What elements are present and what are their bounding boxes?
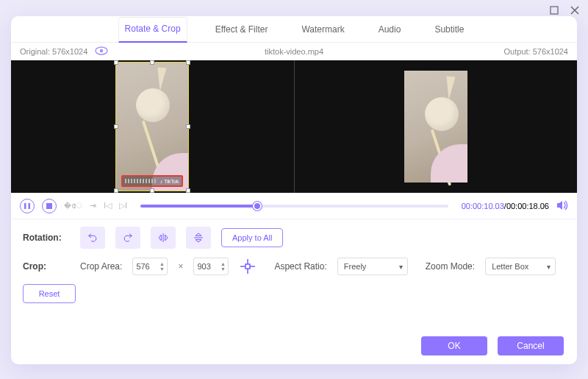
stop-button[interactable] bbox=[42, 199, 57, 213]
zoom-mode-select[interactable]: Letter Box bbox=[485, 258, 556, 275]
window-close-button[interactable] bbox=[569, 4, 581, 16]
cancel-button[interactable]: Cancel bbox=[498, 336, 564, 355]
volume-icon[interactable] bbox=[556, 200, 568, 212]
seek-track[interactable] bbox=[140, 205, 448, 208]
rotate-right-button[interactable] bbox=[115, 227, 140, 249]
aspect-ratio-label: Aspect Ratio: bbox=[274, 261, 326, 272]
tab-subtitle[interactable]: Subtitle bbox=[429, 18, 470, 42]
seek-knob[interactable] bbox=[253, 202, 262, 210]
apply-to-all-button[interactable]: Apply to All bbox=[221, 228, 283, 247]
rotation-row: Rotation: Apply to All bbox=[23, 227, 565, 249]
tab-rotate-crop[interactable]: Rotate & Crop bbox=[118, 17, 187, 43]
spinner-icon[interactable]: ▲▼ bbox=[219, 260, 226, 273]
playback-bar: �േ ⇤ I◁ ▷I 00:00:10.03/00:00:18.06 bbox=[11, 193, 577, 219]
next-button[interactable]: ▷I bbox=[119, 201, 127, 210]
info-bar: Original: 576x1024 tiktok-video.mp4 Outp… bbox=[11, 43, 577, 60]
crop-handle[interactable] bbox=[114, 60, 118, 65]
source-video-frame: ♪ TikTok bbox=[115, 62, 189, 191]
tab-watermark[interactable]: Watermark bbox=[295, 18, 350, 42]
crop-area-label: Crop Area: bbox=[80, 261, 122, 272]
spinner-icon[interactable]: ▲▼ bbox=[158, 260, 165, 273]
multiply-icon: × bbox=[178, 261, 183, 272]
crop-height-input[interactable]: 903▲▼ bbox=[193, 258, 229, 275]
svg-rect-13 bbox=[245, 264, 250, 269]
output-video-frame bbox=[404, 71, 467, 183]
original-size-label: Original: 576x1024 bbox=[20, 47, 87, 56]
crop-handle[interactable] bbox=[150, 188, 154, 193]
prev-frame-button[interactable]: �േ bbox=[64, 201, 82, 210]
crop-handle[interactable] bbox=[186, 188, 190, 193]
svg-marker-8 bbox=[557, 201, 562, 210]
crop-rectangle[interactable] bbox=[115, 62, 189, 191]
svg-rect-6 bbox=[29, 203, 31, 209]
rotate-left-button[interactable] bbox=[80, 227, 105, 249]
preview-eye-icon[interactable] bbox=[95, 46, 108, 57]
time-current: 00:00:10.03 bbox=[462, 202, 504, 210]
zoom-mode-label: Zoom Mode: bbox=[426, 261, 475, 272]
tab-audio[interactable]: Audio bbox=[373, 18, 407, 42]
source-pane[interactable]: ♪ TikTok bbox=[11, 60, 294, 193]
preview-viewer: ♪ TikTok bbox=[11, 60, 577, 193]
tab-bar: Rotate & Crop Effect & Filter Watermark … bbox=[11, 16, 577, 43]
tab-effect-filter[interactable]: Effect & Filter bbox=[209, 18, 274, 42]
rotation-label: Rotation: bbox=[23, 233, 70, 243]
editor-panel: Rotate & Crop Effect & Filter Watermark … bbox=[11, 16, 577, 364]
seek-progress bbox=[140, 205, 257, 208]
output-pane bbox=[295, 60, 578, 193]
crop-handle[interactable] bbox=[186, 124, 190, 129]
crop-handle[interactable] bbox=[114, 188, 118, 193]
center-crop-button[interactable] bbox=[239, 258, 257, 275]
output-size-label: Output: 576x1024 bbox=[504, 47, 568, 56]
time-display: 00:00:10.03/00:00:18.06 bbox=[462, 202, 549, 210]
crop-width-input[interactable]: 576▲▼ bbox=[132, 258, 168, 275]
reset-row: Reset bbox=[23, 284, 565, 303]
window-maximize-button[interactable] bbox=[548, 4, 560, 16]
pause-button[interactable] bbox=[20, 199, 35, 213]
crop-handle[interactable] bbox=[114, 124, 118, 129]
prev-button[interactable]: I◁ bbox=[104, 201, 112, 210]
svg-rect-7 bbox=[46, 203, 52, 209]
app-window: Rotate & Crop Effect & Filter Watermark … bbox=[0, 0, 588, 379]
svg-point-4 bbox=[100, 49, 103, 52]
crop-handle[interactable] bbox=[186, 60, 190, 65]
ok-button[interactable]: OK bbox=[421, 336, 487, 355]
tiktok-watermark-highlight: ♪ TikTok bbox=[121, 175, 183, 187]
reset-button[interactable]: Reset bbox=[23, 284, 76, 303]
svg-rect-0 bbox=[551, 7, 558, 14]
flip-vertical-button[interactable] bbox=[186, 227, 211, 249]
crop-row: Crop: Crop Area: 576▲▼ × 903▲▼ Aspect Ra… bbox=[23, 258, 565, 275]
time-total: 00:00:18.06 bbox=[506, 202, 549, 210]
dialog-footer: OK Cancel bbox=[421, 336, 564, 355]
aspect-ratio-select[interactable]: Freely bbox=[337, 258, 408, 275]
svg-rect-5 bbox=[24, 203, 26, 209]
crop-handle[interactable] bbox=[150, 60, 154, 65]
next-frame-button[interactable]: ⇤ bbox=[90, 201, 96, 210]
flip-horizontal-button[interactable] bbox=[151, 227, 176, 249]
controls-area: Rotation: Apply to All Crop: Crop Area: … bbox=[11, 219, 577, 303]
crop-label: Crop: bbox=[23, 261, 70, 272]
